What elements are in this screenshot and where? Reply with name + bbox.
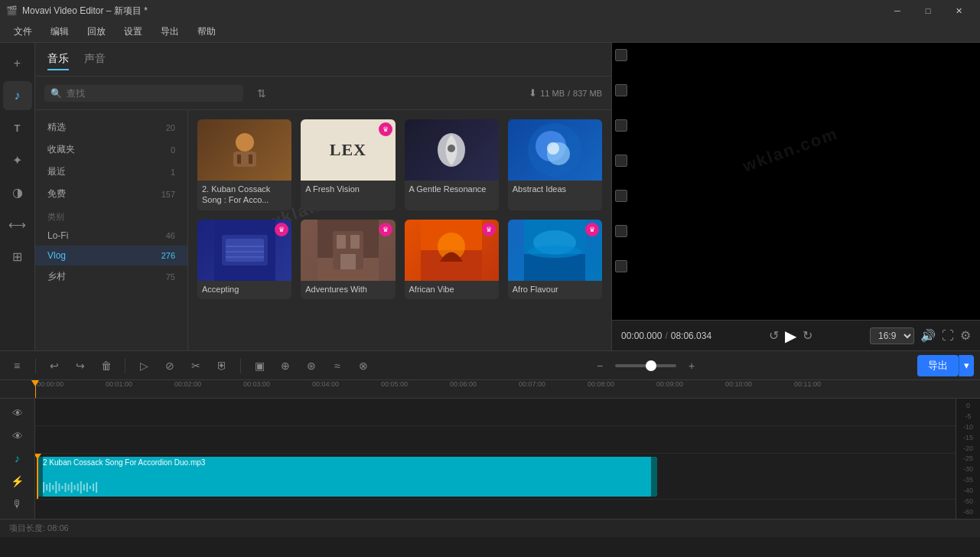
tl-menu-button[interactable]: ≡ [6,355,28,376]
track-icon-mic[interactable]: 🎙 [7,496,28,513]
playhead-triangle [31,380,39,386]
tab-sound[interactable]: 声音 [84,49,106,70]
sidebar-color[interactable]: ◑ [3,178,32,207]
sidebar-text[interactable]: T [3,113,32,142]
zoom-out-button[interactable]: − [589,355,610,376]
status-bar: 项目长度: 08:06 [0,519,980,537]
maximize-button[interactable]: □ [913,0,943,21]
ruler-3: 00:03:00 [242,380,311,398]
track-icon-video-2[interactable]: 👁 [7,428,28,445]
rewind-button[interactable]: ↺ [769,328,779,343]
cat-vlog-count: 276 [161,251,175,260]
music-card-gentle[interactable]: A Gentle Resonance [405,119,499,210]
preview-checkbox-4[interactable] [615,155,627,167]
fullscreen-button[interactable]: ⛶ [942,329,954,343]
preview-checkbox-3[interactable] [615,119,627,132]
svg-rect-19 [337,235,346,249]
menu-settings[interactable]: 设置 [116,23,150,41]
svg-rect-34 [52,485,54,490]
tl-pointer-button[interactable]: ▷ [133,355,155,376]
music-card-accepting[interactable]: ♛ Accepting [197,220,291,299]
preview-checkbox-6[interactable] [615,225,627,237]
adventures-thumb-image [317,220,379,281]
cat-recent[interactable]: 最近 1 [35,161,187,183]
volume-button[interactable]: 🔊 [920,328,936,343]
track-playhead [37,454,38,499]
tl-stabilize-button[interactable]: ⊛ [301,355,322,376]
sidebar-music[interactable]: ♪ [3,81,32,110]
sidebar-apps[interactable]: ⊞ [3,242,32,271]
tl-undo-button[interactable]: ↩ [44,355,65,376]
category-sidebar: 精选 20 收藏夹 0 最近 1 免费 157 类别 Lo-Fi [35,110,188,350]
svg-rect-33 [49,483,50,492]
audio-clip[interactable]: 2 Kuban Cossack Song For Accordion Duo.m… [37,457,657,497]
preview-checkbox-5[interactable] [615,190,627,202]
crown-badge-adventures: ♛ [379,223,392,236]
export-button[interactable]: 导出 [917,355,959,376]
search-input[interactable] [67,88,237,99]
cat-featured[interactable]: 精选 20 [35,116,187,138]
export-dropdown-button[interactable]: ▾ [959,355,974,376]
download-icon: ⬇ [529,87,537,99]
tab-music[interactable]: 音乐 [47,49,69,70]
sidebar-transition[interactable]: ⟷ [3,210,32,239]
preview-right-buttons: 16:9 4:3 1:1 🔊 ⛶ ⚙ [870,327,971,344]
menu-export[interactable]: 导出 [153,23,187,41]
music-label-african: African Vibe [405,281,499,299]
preview-settings-button[interactable]: ⚙ [960,328,971,343]
music-card-adventures[interactable]: ♛ Adventures With [301,220,395,299]
cat-favorites[interactable]: 收藏夹 0 [35,138,187,161]
track-row-video-1 [35,399,956,426]
cat-free[interactable]: 免费 157 [35,183,187,205]
music-card-african[interactable]: ♛ African Vibe [405,220,499,299]
tl-cut-button[interactable]: ✂ [185,355,207,376]
cat-recent-label: 最近 [47,165,66,178]
preview-checkbox-1[interactable] [615,49,627,61]
cat-lofi[interactable]: Lo-Fi 46 [35,226,187,246]
zoom-in-button[interactable]: + [681,355,702,376]
cat-featured-count: 20 [166,123,175,132]
minimize-button[interactable]: ─ [882,0,913,21]
music-card-abstract[interactable]: Abstract Ideas [508,119,602,210]
clip-handle-right[interactable] [651,457,657,497]
menu-file[interactable]: 文件 [6,23,40,41]
play-button[interactable]: ▶ [785,327,796,345]
forward-button[interactable]: ↻ [803,328,812,343]
cat-country[interactable]: 乡村 75 [35,265,187,288]
time-display: 00:00.000 / 08:06.034 [621,331,711,341]
watermark-preview: wklan.com [741,123,842,176]
sort-button[interactable]: ⇅ [251,83,272,104]
ratio-select[interactable]: 16:9 4:3 1:1 [870,327,914,344]
tl-marker-button[interactable]: ⛨ [211,355,233,376]
menu-playback[interactable]: 回放 [80,23,113,41]
tl-redo-button[interactable]: ↪ [70,355,91,376]
tl-sep-1 [35,358,36,373]
tl-pan-button[interactable]: ⊕ [275,355,296,376]
menu-edit[interactable]: 编辑 [43,23,77,41]
music-thumb-adventures: ♛ [301,220,395,281]
svg-rect-40 [71,482,73,493]
track-icon-audio[interactable]: ♪ [7,451,28,467]
cat-vlog[interactable]: Vlog 276 [35,246,187,265]
zoom-slider[interactable] [615,364,676,367]
preview-checkbox-2[interactable] [615,84,627,96]
preview-checkbox-7[interactable] [615,260,627,272]
music-label-kuban: 2. Kuban Cossack Song : For Acco... [197,181,291,210]
music-card-kuban[interactable]: 2. Kuban Cossack Song : For Acco... [197,119,291,210]
menu-help[interactable]: 帮助 [190,23,223,41]
level-5: -5 [965,412,971,420]
tl-ripple-button[interactable]: ⊘ [159,355,181,376]
music-card-afro[interactable]: ♛ Afro Flavour [508,220,602,299]
ruler-marks-container: 00:00:00 00:01:00 00:02:00 00:03:00 00:0… [0,380,980,398]
tl-audio-button[interactable]: ⊗ [353,355,374,376]
app-title: Movavi Video Editor – 新项目 * [22,5,148,18]
music-card-lex[interactable]: LEX ♛ A Fresh Vision [301,119,395,210]
sidebar-effects[interactable]: ✦ [3,145,32,174]
sidebar-add[interactable]: + [3,49,32,78]
tl-color-button[interactable]: ≈ [327,355,348,376]
close-button[interactable]: ✕ [943,0,974,21]
track-icon-video-1[interactable]: 👁 [7,405,28,422]
tl-delete-button[interactable]: 🗑 [96,355,117,376]
track-icon-fx[interactable]: ⚡ [7,473,28,490]
tl-crop-button[interactable]: ▣ [249,355,270,376]
